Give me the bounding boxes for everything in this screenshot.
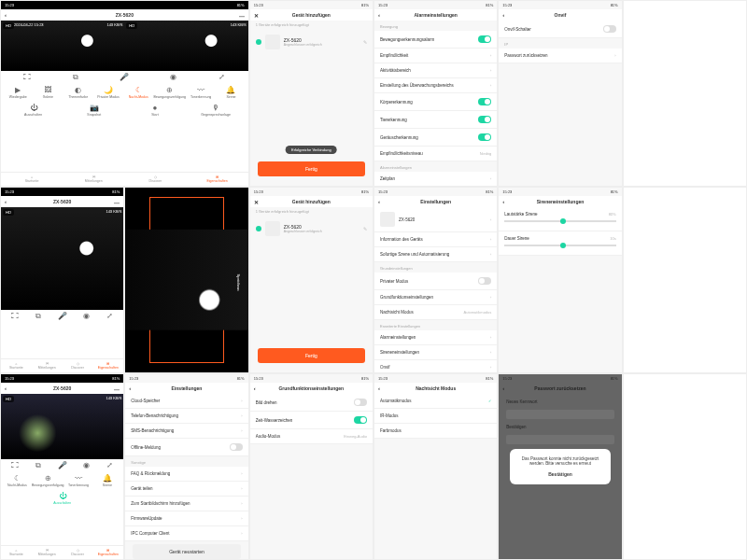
act-night[interactable]: ☾Nacht-Modus bbox=[123, 87, 153, 99]
toggle[interactable] bbox=[478, 116, 491, 123]
mic-icon[interactable]: 🎤 bbox=[50, 313, 74, 320]
li-body[interactable]: Körpererkennung bbox=[374, 93, 497, 111]
back-icon[interactable]: ‹ bbox=[502, 12, 504, 18]
back-icon[interactable]: ‹ bbox=[5, 199, 7, 204]
back-icon[interactable]: ‹ bbox=[378, 385, 380, 391]
more-icon[interactable]: ⋯ bbox=[114, 199, 120, 205]
done-button[interactable]: Fertig bbox=[258, 161, 365, 176]
li-faq[interactable]: FAQ & Rückmeldung› bbox=[125, 467, 247, 482]
duration-slider[interactable] bbox=[504, 245, 615, 246]
act-talk[interactable]: 🎙Gegensprechanlage bbox=[186, 105, 247, 117]
li-pw-reset[interactable]: Passwort zurücksetzen› bbox=[499, 49, 621, 63]
act-sound[interactable]: 〰Tonerkennung bbox=[64, 475, 93, 487]
li-plan[interactable]: Zeitplan› bbox=[374, 172, 497, 187]
li-share[interactable]: Gerät teilen› bbox=[125, 482, 247, 497]
save-label[interactable]: Speichern bbox=[235, 273, 240, 290]
close-icon[interactable]: ✕ bbox=[254, 199, 259, 205]
act-track[interactable]: ⊕Bewegungsverfolgung bbox=[153, 87, 186, 99]
li-sound[interactable]: Geräuscherkennung bbox=[374, 129, 497, 147]
act-off[interactable]: ⏻Ausschalten bbox=[3, 493, 121, 505]
act-track[interactable]: ⊕Bewegungsverfolgung bbox=[32, 475, 64, 487]
tab-msg[interactable]: ✉Mitteilungen bbox=[63, 175, 124, 183]
tab-disc[interactable]: ◇Discover bbox=[63, 549, 93, 556]
li-nm[interactable]: Nachtsicht ModusAutomatikmodus bbox=[374, 305, 497, 320]
snapshot-icon[interactable]: ⧉ bbox=[51, 74, 100, 81]
fullscreen-icon[interactable]: ⛶ bbox=[3, 313, 26, 320]
li-onvif-sw[interactable]: Onvif-Schalter bbox=[499, 21, 621, 38]
tab-props[interactable]: ⊞Eigenschaften bbox=[187, 175, 248, 183]
li-siren[interactable]: Sireneneinstellungen› bbox=[374, 345, 497, 360]
tab-home[interactable]: ⌂Startseite bbox=[1, 549, 32, 556]
tab-disc[interactable]: ◇Discover bbox=[63, 362, 93, 370]
li-dev[interactable]: ZX-5620› bbox=[374, 207, 497, 232]
li-info[interactable]: Information des Geräts› bbox=[374, 232, 497, 247]
act-gallery[interactable]: 🖼Galerie bbox=[33, 87, 63, 99]
li-auto[interactable]: Automatikmodus✓ bbox=[374, 394, 497, 409]
act-siren[interactable]: 🔔Sirene bbox=[216, 87, 246, 99]
more-icon[interactable]: ⋯ bbox=[239, 12, 245, 19]
back-icon[interactable]: ‹ bbox=[378, 199, 380, 204]
more-icon[interactable]: ⋯ bbox=[114, 385, 120, 392]
toggle[interactable] bbox=[478, 35, 491, 43]
back-icon[interactable]: ‹ bbox=[5, 12, 7, 18]
expand-icon[interactable]: ⤢ bbox=[98, 313, 121, 320]
li-priv[interactable]: Privater Modus bbox=[374, 273, 497, 290]
toggle[interactable] bbox=[354, 399, 367, 406]
toggle[interactable] bbox=[354, 416, 367, 424]
li-flip[interactable]: Bild drehen bbox=[250, 394, 373, 412]
act-theme[interactable]: ◐Themenfarbe bbox=[63, 87, 93, 99]
restart-button[interactable]: Gerät neustarten bbox=[133, 544, 240, 559]
record-icon[interactable]: ◉ bbox=[74, 313, 97, 320]
li-motion[interactable]: Bewegungserkennungsalarm bbox=[374, 31, 497, 49]
tab-msg[interactable]: ✉Mitteilungen bbox=[32, 549, 63, 556]
act-night[interactable]: ☾Nacht-Modus bbox=[3, 475, 32, 487]
back-icon[interactable]: ‹ bbox=[254, 385, 256, 391]
expand-icon[interactable]: ⤢ bbox=[98, 462, 121, 469]
li-ipc[interactable]: IPC Computer Client› bbox=[125, 526, 247, 541]
act-start[interactable]: ●Start bbox=[124, 105, 185, 117]
edit-icon[interactable]: ✎ bbox=[363, 39, 367, 45]
back-icon[interactable]: ‹ bbox=[502, 199, 504, 204]
toggle[interactable] bbox=[478, 277, 491, 285]
li-cloud[interactable]: Cloud-Speicher› bbox=[125, 394, 247, 409]
record-icon[interactable]: ◉ bbox=[148, 74, 197, 81]
snapshot-icon[interactable]: ⧉ bbox=[26, 313, 49, 320]
li-zone[interactable]: Einstellung des Überwachungsbereichs› bbox=[374, 78, 497, 93]
tab-msg[interactable]: ✉Mitteilungen bbox=[32, 362, 63, 370]
toggle[interactable] bbox=[603, 25, 616, 33]
li-color[interactable]: Farbmodus bbox=[374, 424, 497, 439]
confirm-button[interactable]: Bestätigen bbox=[517, 471, 603, 477]
fullscreen-icon[interactable]: ⛶ bbox=[3, 462, 26, 469]
li-gf[interactable]: Grundfunktionseinstellungen› bbox=[374, 290, 497, 305]
expand-icon[interactable]: ⤢ bbox=[198, 74, 247, 81]
li-area[interactable]: Aktivitätsbereich› bbox=[374, 63, 497, 78]
li-sens[interactable]: Empfindlichkeit› bbox=[374, 49, 497, 63]
tab-disc[interactable]: ◇Discover bbox=[124, 175, 186, 183]
li-audio[interactable]: Audio-ModusEinweg-Audio bbox=[250, 429, 373, 444]
record-icon[interactable]: ◉ bbox=[74, 462, 97, 469]
edit-icon[interactable]: ✎ bbox=[363, 226, 367, 231]
fullscreen-icon[interactable]: ⛶ bbox=[3, 74, 51, 81]
mic-icon[interactable]: 🎤 bbox=[100, 74, 148, 81]
device-row[interactable]: ZX-5620Angeschlossen erfolgreich✎ bbox=[250, 29, 373, 55]
li-scene[interactable]: Sofortige Szene und Automatisierung› bbox=[374, 247, 497, 262]
act-snap[interactable]: 📷Snapshot bbox=[63, 105, 124, 117]
back-icon[interactable]: ‹ bbox=[129, 385, 131, 391]
tab-home[interactable]: ⌂Startseite bbox=[1, 362, 32, 370]
act-private[interactable]: 🌙Privater Modus bbox=[93, 87, 123, 99]
tab-props[interactable]: ⊞Eigenschaften bbox=[92, 549, 123, 556]
mic-icon[interactable]: 🎤 bbox=[50, 462, 74, 469]
li-watermark[interactable]: Zeit-Wasserzeichen bbox=[250, 412, 373, 429]
tab-home[interactable]: ⌂Startseite bbox=[1, 175, 63, 183]
li-sms[interactable]: SMS-Benachrichtigung› bbox=[125, 424, 247, 439]
li-dur[interactable]: Dauer Sirene10s bbox=[499, 231, 621, 256]
toggle[interactable] bbox=[230, 443, 243, 451]
li-phone[interactable]: Telefon-Benachrichtigung› bbox=[125, 409, 247, 424]
act-sound[interactable]: 〰Tonerkennung bbox=[186, 87, 216, 99]
toggle[interactable] bbox=[478, 133, 491, 141]
close-icon[interactable]: ✕ bbox=[254, 12, 259, 19]
li-vol[interactable]: Lautstärke Sirene80% bbox=[499, 207, 621, 231]
act-off[interactable]: ⏻Ausschalten bbox=[3, 105, 63, 117]
act-siren[interactable]: 🔔Sirene bbox=[92, 475, 121, 487]
back-icon[interactable]: ‹ bbox=[5, 385, 7, 391]
